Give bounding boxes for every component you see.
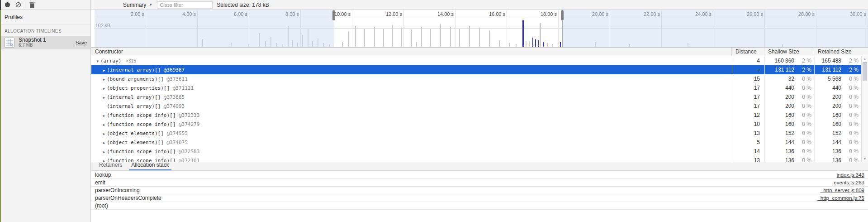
column-header-distance[interactable]: Distance xyxy=(732,48,764,56)
expand-arrow-icon[interactable]: ▶ xyxy=(101,68,107,72)
tab-allocation-stack[interactable]: Allocation stack xyxy=(129,162,171,170)
shallow-size-cell: 4400 % xyxy=(764,85,814,91)
scroll-down-arrow[interactable]: ▼ xyxy=(862,157,868,161)
toolbar: Summary ▼ Selected size: 178 kB xyxy=(0,0,868,10)
expand-arrow-icon[interactable]: ▶ xyxy=(101,77,107,82)
heap-object-row[interactable]: (internal array)[] @374093172000 %2000 % xyxy=(91,101,861,111)
constructor-cell: ▼(array)×315 xyxy=(91,58,732,64)
size-percent: 2 % xyxy=(794,67,811,73)
constructor-cell: ▶(internal array)[] @373885 xyxy=(91,94,732,100)
heap-object-row[interactable]: ▶(function scope info)[] @374279101600 %… xyxy=(91,120,861,129)
size-percent: 0 % xyxy=(794,112,811,118)
distance-cell: 14 xyxy=(732,148,764,154)
size-percent: 2 % xyxy=(794,58,811,64)
allocation-bar xyxy=(526,41,526,47)
allocation-bar xyxy=(416,42,417,47)
sidebar-item-snapshot-1[interactable]: % Snapshot 1 6.7 MB Save xyxy=(0,36,90,49)
distance-cell: 12 xyxy=(732,112,764,118)
object-id: @373611 xyxy=(164,76,188,82)
column-header-retained-size[interactable]: Retained Size xyxy=(814,48,868,56)
allocation-timeline-overview[interactable]: 102 kB 2.00 s4.00 s6.00 s8.00 s10.00 s12… xyxy=(91,10,868,48)
object-id: @374555 xyxy=(164,130,188,136)
timeline-dimmed-region[interactable] xyxy=(562,10,868,48)
time-gridline xyxy=(507,10,507,48)
constructor-name: (array) xyxy=(100,58,121,64)
detail-tabbar: RetainersAllocation stack xyxy=(91,162,868,171)
heap-object-row[interactable]: ▶(internal array)[] @369387–131 1122 %13… xyxy=(91,65,861,74)
allocation-bar xyxy=(509,43,510,47)
heap-object-row[interactable]: ▶(internal array)[] @373885172000 %2000 … xyxy=(91,92,861,101)
expand-arrow-icon[interactable]: ▶ xyxy=(101,96,107,100)
heap-object-row[interactable]: ▶(function scope info)[] @372583141360 %… xyxy=(91,147,861,156)
timeline-chart[interactable]: 102 kB 2.00 s4.00 s6.00 s8.00 s10.00 s12… xyxy=(95,10,868,48)
constructor-cell: ▶(function scope info)[] @374279 xyxy=(91,121,732,127)
window-left-handle[interactable] xyxy=(332,10,335,20)
constructor-cell: ▶(function scope info)[] @372333 xyxy=(91,112,732,118)
retained-size-cell: 2000 % xyxy=(814,103,861,109)
size-value: 160 xyxy=(785,121,794,127)
heap-object-row[interactable]: ▼(array)×3154160 3602 %165 4882 % xyxy=(91,56,861,65)
class-filter-input[interactable] xyxy=(157,1,213,9)
allocation-bar xyxy=(479,28,480,47)
save-link[interactable]: Save xyxy=(76,40,87,45)
source-location-link[interactable]: events.js:263 xyxy=(834,180,864,185)
expand-arrow-icon[interactable]: ▶ xyxy=(101,150,107,154)
collapse-arrow-icon[interactable]: ▼ xyxy=(95,59,100,63)
sidebar-section-header: ALLOCATION TIMELINES xyxy=(0,24,90,36)
retained-size-cell: 1520 % xyxy=(814,130,861,136)
window-right-handle[interactable] xyxy=(561,10,564,20)
heap-object-row[interactable]: ▶(function scope info)[] @372101131360 %… xyxy=(91,156,861,162)
object-id: @373885 xyxy=(161,94,185,100)
expand-arrow-icon[interactable]: ▶ xyxy=(101,141,107,145)
allocation-bar xyxy=(411,29,412,47)
size-percent: 0 % xyxy=(841,121,859,127)
retained-size-cell: 165 4882 % xyxy=(814,58,861,64)
size-value: 160 xyxy=(785,112,794,118)
allocation-bar xyxy=(342,42,343,47)
tab-retainers[interactable]: Retainers xyxy=(97,162,124,170)
stack-frame-function: (root) xyxy=(95,203,108,209)
constructor-cell: ▶(object elements)[] @374075 xyxy=(91,140,732,145)
expand-arrow-icon[interactable]: ▶ xyxy=(101,123,107,127)
heap-object-row[interactable]: ▶(object elements)[] @374555131520 %1520… xyxy=(91,129,861,138)
size-value: 152 xyxy=(785,130,794,136)
distance-cell: 4 xyxy=(732,58,764,64)
size-percent: 0 % xyxy=(841,112,859,118)
source-location-link[interactable]: _http_server.js:809 xyxy=(821,188,864,193)
clear-icon xyxy=(15,2,21,8)
column-header-shallow-size[interactable]: Shallow Size xyxy=(764,48,814,56)
size-percent: 0 % xyxy=(794,130,811,136)
clear-button[interactable] xyxy=(13,0,24,10)
heap-object-row[interactable]: ▶(bound arguments)[] @37361115320 %5 568… xyxy=(91,74,861,83)
allocation-bar xyxy=(552,44,553,47)
expand-arrow-icon[interactable]: ▶ xyxy=(101,114,107,118)
heap-object-row[interactable]: ▶(object properties)[] @371121174400 %44… xyxy=(91,83,861,92)
perspective-select[interactable]: Summary ▼ xyxy=(119,0,157,10)
timeline-dimmed-region[interactable] xyxy=(95,10,334,48)
source-location-link[interactable]: index.js:343 xyxy=(837,172,864,178)
constructor-cell: ▶(bound arguments)[] @373611 xyxy=(91,76,732,82)
source-location-link[interactable]: _http_common.js:75 xyxy=(817,195,864,201)
delete-profile-button[interactable] xyxy=(27,0,38,10)
size-percent: 0 % xyxy=(841,85,859,91)
scroll-up-arrow[interactable]: ▲ xyxy=(862,57,868,61)
allocation-bar xyxy=(440,24,441,47)
size-value: 144 xyxy=(785,139,794,145)
retained-size-cell: 1600 % xyxy=(814,121,861,127)
heap-object-row[interactable]: ▶(function scope info)[] @372333121600 %… xyxy=(91,111,861,120)
expand-arrow-icon[interactable]: ▶ xyxy=(101,87,107,91)
size-value: 136 xyxy=(785,148,794,154)
record-button[interactable] xyxy=(2,0,13,10)
instance-count: ×315 xyxy=(126,58,136,63)
shallow-size-cell: 1520 % xyxy=(764,130,814,136)
expand-arrow-icon[interactable]: ▶ xyxy=(101,132,107,136)
column-header-constructor[interactable]: Constructor xyxy=(91,48,732,56)
constructor-name: (object elements)[] xyxy=(107,130,164,136)
size-percent: 0 % xyxy=(794,157,811,162)
scroll-thumb[interactable] xyxy=(863,62,867,81)
size-percent: 0 % xyxy=(794,76,811,82)
heap-object-row[interactable]: ▶(object elements)[] @37407551440 %1440 … xyxy=(91,138,861,147)
grid-scrollbar[interactable]: ▲ ▼ xyxy=(861,56,868,162)
shallow-size-cell: 1360 % xyxy=(764,148,814,154)
allocation-bar xyxy=(489,30,490,47)
